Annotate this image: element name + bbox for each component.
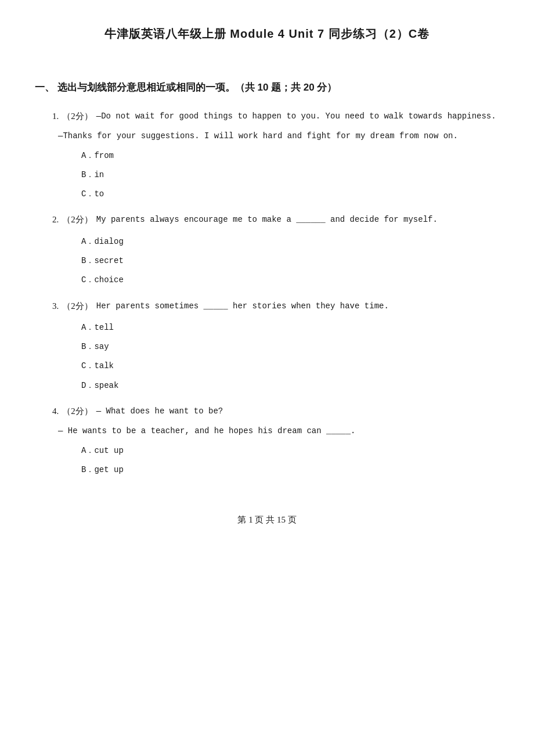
questions-container: 1. （2分） —Do not wait for good things to … — [35, 109, 499, 478]
section-header-1: 一、 选出与划线部分意思相近或相同的一项。（共 10 题；共 20 分） — [35, 79, 499, 97]
question-2: 2. （2分） My parents always encourage me t… — [35, 212, 499, 287]
q1-line1: —Do not wait for good things to happen t… — [96, 109, 496, 124]
page-title: 牛津版英语八年级上册 Module 4 Unit 7 同步练习（2）C卷 — [35, 23, 499, 44]
q1-option-b: B．in — [75, 168, 499, 182]
question-4: 4. （2分） — What does he want to be? — He … — [35, 404, 499, 478]
q4-option-a: A．cut up — [75, 444, 499, 458]
question-1: 1. （2分） —Do not wait for good things to … — [35, 109, 499, 202]
q3-score: （2分） — [62, 298, 93, 314]
q2-option-c: C．choice — [75, 273, 499, 287]
q4-line1: — What does he want to be? — [96, 404, 223, 419]
q3-option-c: C．talk — [75, 359, 499, 373]
q2-option-b: B．secret — [75, 254, 499, 268]
q2-score: （2分） — [62, 212, 93, 228]
q2-option-a: A．dialog — [75, 235, 499, 249]
q3-option-a: A．tell — [75, 321, 499, 335]
q2-line1: My parents always encourage me to make a… — [96, 212, 438, 228]
q1-option-a: A．from — [75, 149, 499, 163]
q4-option-b: B．get up — [75, 463, 499, 477]
q3-option-d: D．speak — [75, 379, 499, 393]
q3-line1: Her parents sometimes _____ her stories … — [96, 298, 389, 314]
q4-score: （2分） — [62, 404, 93, 419]
q4-line2: — He wants to be a teacher, and he hopes… — [52, 423, 499, 439]
q3-number: 3. — [52, 298, 59, 314]
q1-number: 1. — [52, 109, 59, 124]
page-footer: 第 1 页 共 15 页 — [35, 512, 499, 528]
q3-option-b: B．say — [75, 340, 499, 354]
q4-number: 4. — [52, 404, 59, 419]
question-3: 3. （2分） Her parents sometimes _____ her … — [35, 298, 499, 393]
q1-score: （2分） — [62, 109, 93, 124]
q1-option-c: C．to — [75, 187, 499, 201]
q2-number: 2. — [52, 212, 59, 228]
q1-line2: —Thanks for your suggestions. I will wor… — [52, 128, 499, 144]
